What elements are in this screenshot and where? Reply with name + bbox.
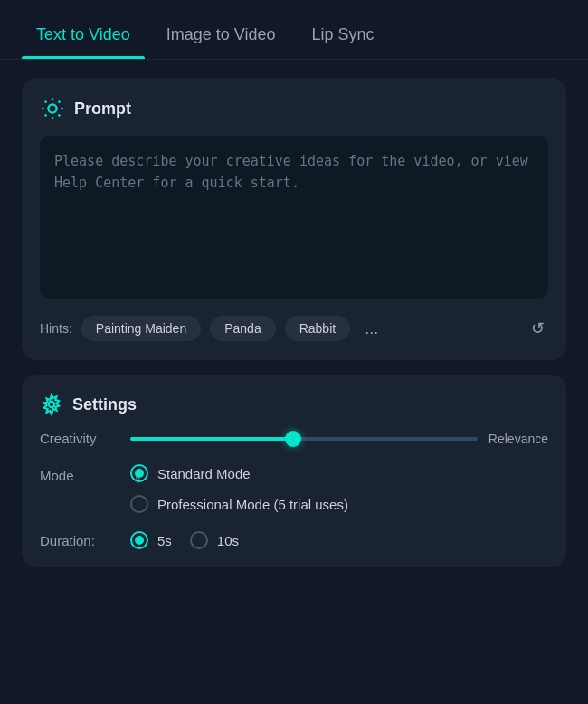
duration-label: Duration:	[40, 533, 130, 548]
creativity-row: Creativity Relevance	[40, 431, 548, 446]
settings-card-header: Settings	[40, 393, 548, 416]
duration-options: 5s 10s	[130, 531, 239, 549]
tab-text-to-video[interactable]: Text to Video	[22, 14, 145, 59]
professional-mode-label: Professional Mode (5 trial uses)	[157, 497, 348, 512]
hints-row: Hints: Painting Maiden Panda Rabbit ... …	[40, 315, 548, 342]
duration-row: Duration: 5s 10s	[40, 531, 548, 549]
prompt-title: Prompt	[74, 100, 131, 119]
mode-row: Mode i Standard Mode Professional Mode (…	[40, 464, 548, 513]
standard-mode-option[interactable]: Standard Mode	[130, 464, 348, 482]
hint-painting-maiden[interactable]: Painting Maiden	[81, 316, 201, 341]
mode-label-container: Mode i	[40, 464, 130, 483]
duration-10s-option[interactable]: 10s	[190, 531, 239, 549]
refresh-hints-button[interactable]: ↺	[527, 315, 548, 342]
professional-mode-option[interactable]: Professional Mode (5 trial uses)	[130, 495, 348, 513]
gear-icon	[40, 393, 63, 416]
mode-options: Standard Mode Professional Mode (5 trial…	[130, 464, 348, 513]
svg-line-7	[45, 115, 47, 117]
slider-container: Relevance	[130, 432, 548, 446]
settings-title: Settings	[72, 395, 137, 414]
standard-mode-radio-dot	[135, 469, 144, 478]
tab-lip-sync[interactable]: Lip Sync	[298, 14, 389, 59]
hint-rabbit[interactable]: Rabbit	[285, 316, 350, 341]
tab-image-to-video[interactable]: Image to Video	[152, 14, 290, 59]
mode-label: Mode	[40, 468, 130, 483]
settings-card: Settings Creativity Relevance Mode i	[22, 375, 566, 567]
creativity-label: Creativity	[40, 431, 130, 446]
duration-10s-label: 10s	[217, 533, 239, 548]
duration-5s-label: 5s	[157, 533, 172, 548]
creativity-slider[interactable]	[130, 437, 478, 441]
svg-point-9	[49, 402, 55, 408]
standard-mode-label: Standard Mode	[157, 466, 251, 481]
duration-5s-option[interactable]: 5s	[130, 531, 172, 549]
prompt-card: Prompt Hints: Painting Maiden Panda Rabb…	[22, 78, 566, 360]
professional-mode-radio[interactable]	[130, 495, 148, 513]
tab-bar: Text to Video Image to Video Lip Sync	[0, 0, 588, 60]
sun-icon	[40, 96, 65, 121]
slider-thumb	[285, 431, 301, 447]
main-content: Prompt Hints: Painting Maiden Panda Rabb…	[0, 60, 588, 585]
duration-5s-radio-dot	[135, 536, 144, 545]
prompt-card-header: Prompt	[40, 96, 548, 121]
svg-line-5	[45, 101, 47, 103]
prompt-input[interactable]	[40, 136, 548, 299]
hint-panda[interactable]: Panda	[210, 316, 275, 341]
hints-more-button[interactable]: ...	[359, 316, 384, 342]
svg-line-6	[59, 115, 61, 117]
duration-5s-radio[interactable]	[130, 531, 148, 549]
relevance-label: Relevance	[488, 432, 548, 446]
svg-line-8	[59, 101, 61, 103]
standard-mode-radio[interactable]	[130, 464, 148, 482]
svg-point-0	[48, 104, 56, 112]
duration-10s-radio[interactable]	[190, 531, 208, 549]
hints-label: Hints:	[40, 321, 72, 336]
